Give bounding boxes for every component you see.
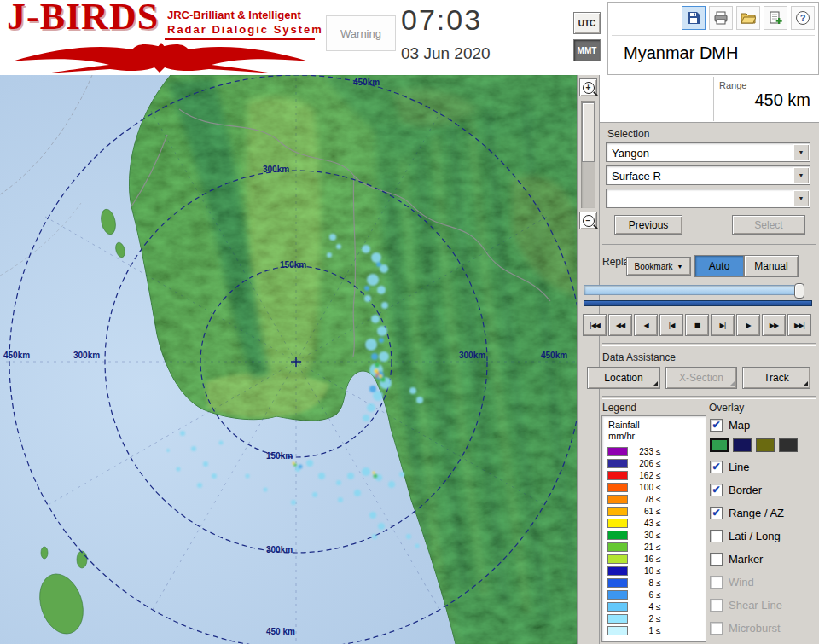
legend-value: 233 xyxy=(633,447,653,456)
overlay-item-map[interactable]: ✔Map xyxy=(710,415,817,435)
section-divider xyxy=(602,396,816,399)
print-button[interactable] xyxy=(709,6,733,30)
playback-button-7[interactable]: ▶▶ xyxy=(762,314,786,336)
playback-button-3[interactable]: |◀ xyxy=(659,314,683,336)
map-style-swatch-2[interactable] xyxy=(756,438,775,452)
overlay-item-marker[interactable]: Marker xyxy=(710,548,817,571)
legend-swatch xyxy=(607,483,628,492)
add-page-button[interactable] xyxy=(764,6,787,30)
overlay-item-range-az[interactable]: ✔Range / AZ xyxy=(710,502,817,525)
range-ring-label: 450km xyxy=(541,351,567,360)
checkbox[interactable]: ✔ xyxy=(710,507,723,519)
legend-section-label: Legend xyxy=(602,402,636,414)
mmt-button[interactable]: MMT xyxy=(573,39,601,61)
eagle-logo-icon xyxy=(7,43,316,73)
radar-map[interactable]: 450km450km450km450 km300km300km300km300k… xyxy=(0,75,577,644)
legend-unit-line2: mm/hr xyxy=(608,431,635,441)
chevron-down-icon[interactable]: ▼ xyxy=(793,167,809,183)
zoom-scrollbar[interactable] xyxy=(581,101,595,208)
open-folder-button[interactable] xyxy=(736,6,760,30)
checkbox[interactable] xyxy=(710,576,723,589)
playback-button-5[interactable]: ▶| xyxy=(711,314,735,336)
previous-button[interactable]: Previous xyxy=(614,215,682,235)
range-ring-label: 300km xyxy=(459,351,485,360)
replay-timeline-slider[interactable] xyxy=(584,285,804,295)
track-button[interactable]: Track xyxy=(742,367,810,389)
zoom-out-button[interactable]: − xyxy=(579,212,597,229)
manual-tab[interactable]: Manual xyxy=(744,255,799,277)
overlay-item-shear-line[interactable]: Shear Line xyxy=(710,594,817,617)
header-divider xyxy=(398,7,398,68)
jbirds-app: J-BIRDS JRC-Brilliant & Intelligent Rada… xyxy=(0,0,819,644)
legend-row: 16≤ xyxy=(607,553,661,565)
playback-button-8[interactable]: ▶▶| xyxy=(787,314,811,336)
save-button[interactable] xyxy=(682,6,706,30)
auto-tab[interactable]: Auto xyxy=(694,255,744,277)
legend-row: 30≤ xyxy=(607,529,661,541)
checkbox[interactable]: ✔ xyxy=(710,461,723,473)
playback-button-0[interactable]: |◀◀ xyxy=(583,314,607,336)
playback-button-4[interactable]: ■ xyxy=(685,314,709,336)
checkbox[interactable]: ✔ xyxy=(710,484,723,496)
legend-value: 4 xyxy=(633,602,653,612)
overlay-item-line[interactable]: ✔Line xyxy=(710,455,817,479)
zoom-in-button[interactable]: + xyxy=(579,78,597,96)
svg-text:?: ? xyxy=(800,13,806,23)
checkbox[interactable] xyxy=(710,530,723,542)
playback-button-1[interactable]: ◀◀ xyxy=(608,314,632,336)
map-style-swatch-0[interactable] xyxy=(710,438,729,452)
toolbar: ? xyxy=(682,6,815,30)
overlay-item-microburst[interactable]: Microburst xyxy=(710,617,817,640)
legend-value: 2 xyxy=(633,614,653,624)
utc-button[interactable]: UTC xyxy=(573,12,601,34)
legend-le-sign: ≤ xyxy=(656,495,661,504)
range-ring-label: 150km xyxy=(266,451,293,461)
bookmark-button[interactable]: Bookmark ▼ xyxy=(626,257,691,276)
playback-button-2[interactable]: ◀ xyxy=(634,314,658,336)
checkbox[interactable] xyxy=(710,622,723,635)
option-dropdown[interactable]: ▼ xyxy=(606,189,810,208)
select-button[interactable]: Select xyxy=(732,215,805,235)
legend-swatch xyxy=(607,471,628,480)
overlay-section-label: Overlay xyxy=(709,402,744,414)
warning-indicator[interactable]: Warning xyxy=(326,15,396,51)
playback-button-6[interactable]: ▶ xyxy=(736,314,760,336)
range-value: 450 km xyxy=(754,90,810,110)
chevron-down-icon[interactable]: ▼ xyxy=(793,144,809,160)
legend-le-sign: ≤ xyxy=(656,566,661,576)
control-panel: Range 450 km Selection Yangon ▼ Surface … xyxy=(600,75,819,644)
legend-row: 8≤ xyxy=(607,577,661,589)
checkbox[interactable] xyxy=(710,599,723,612)
legend-row: 6≤ xyxy=(607,589,661,600)
map-style-swatch-1[interactable] xyxy=(733,438,752,452)
range-ring-label: 300km xyxy=(266,545,293,554)
x-section-button[interactable]: X-Section xyxy=(665,367,737,389)
range-divider xyxy=(713,77,714,121)
product-dropdown[interactable]: Surface R ▼ xyxy=(606,165,810,185)
location-button[interactable]: Location xyxy=(587,367,660,389)
station-dropdown[interactable]: Yangon ▼ xyxy=(606,142,810,162)
range-ring-label: 150km xyxy=(280,260,306,270)
overlay-item-border[interactable]: ✔Border xyxy=(710,479,817,502)
map-style-swatch-3[interactable] xyxy=(779,438,798,452)
data-coverage-bar xyxy=(584,300,812,306)
selection-section-label: Selection xyxy=(607,128,649,140)
overlay-item-wind[interactable]: Wind xyxy=(710,571,817,594)
checkbox[interactable]: ✔ xyxy=(710,419,723,432)
overlay-label: Shear Line xyxy=(729,599,782,612)
help-button[interactable]: ? xyxy=(791,6,815,30)
legend-le-sign: ≤ xyxy=(656,471,661,480)
timeline-slider-thumb[interactable] xyxy=(794,283,804,299)
checkbox[interactable] xyxy=(710,553,723,566)
overlay-item-lati-long[interactable]: Lati / Long xyxy=(710,525,817,548)
chevron-down-icon[interactable]: ▼ xyxy=(793,190,809,206)
legend-le-sign: ≤ xyxy=(656,519,661,528)
legend-le-sign: ≤ xyxy=(656,626,661,635)
legend-le-sign: ≤ xyxy=(656,459,661,468)
legend-swatch xyxy=(607,531,628,540)
range-ring-label: 450 km xyxy=(266,627,295,636)
overlay-label: Marker xyxy=(729,553,763,566)
range-ring-label: 450km xyxy=(3,351,30,360)
station-dropdown-value: Yangon xyxy=(612,147,649,160)
zoom-scrollbar-thumb[interactable] xyxy=(582,102,595,162)
